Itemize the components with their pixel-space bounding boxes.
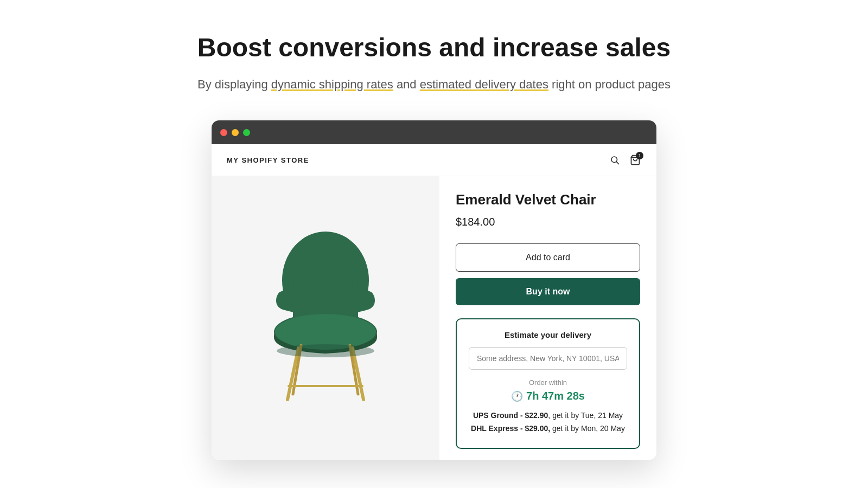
product-info: Emerald Velvet Chair $184.00 Add to card… bbox=[439, 176, 656, 460]
browser-titlebar bbox=[212, 120, 656, 144]
countdown-timer: 🕐 7h 47m 28s bbox=[469, 390, 627, 402]
traffic-light-yellow[interactable] bbox=[232, 129, 239, 136]
highlight-shipping: dynamic shipping rates bbox=[271, 78, 393, 91]
page-title: Boost conversions and increase sales bbox=[197, 33, 671, 62]
browser-content: MY SHOPIFY STORE 1 bbox=[212, 144, 656, 460]
clock-icon: 🕐 bbox=[511, 390, 523, 402]
shipping-option-dhl: DHL Express - $29.00, get it by Mon, 20 … bbox=[469, 424, 627, 433]
address-input[interactable] bbox=[469, 347, 627, 370]
traffic-light-red[interactable] bbox=[220, 129, 227, 136]
ups-carrier: UPS Ground - $22.90 bbox=[473, 411, 548, 420]
store-header: MY SHOPIFY STORE 1 bbox=[212, 144, 656, 176]
product-layout: Emerald Velvet Chair $184.00 Add to card… bbox=[212, 176, 656, 460]
buy-now-button[interactable]: Buy it now bbox=[456, 278, 640, 305]
search-icon[interactable] bbox=[609, 154, 621, 166]
shipping-option-ups: UPS Ground - $22.90, get it by Tue, 21 M… bbox=[469, 411, 627, 420]
highlight-delivery: estimated delivery dates bbox=[420, 78, 548, 91]
store-icons: 1 bbox=[609, 154, 641, 166]
svg-point-11 bbox=[277, 344, 374, 357]
cart-icon[interactable]: 1 bbox=[629, 154, 641, 166]
chair-image bbox=[250, 226, 401, 410]
dhl-carrier: DHL Express - $29.00, bbox=[471, 424, 550, 433]
traffic-light-green[interactable] bbox=[243, 129, 250, 136]
order-within-label: Order within bbox=[469, 378, 627, 387]
add-to-cart-button[interactable]: Add to card bbox=[456, 243, 640, 272]
subtitle-before: By displaying bbox=[197, 78, 271, 91]
countdown-value: 7h 47m 28s bbox=[526, 390, 585, 402]
product-name: Emerald Velvet Chair bbox=[456, 191, 640, 208]
subtitle-after: right on product pages bbox=[548, 78, 671, 91]
subtitle-middle: and bbox=[393, 78, 420, 91]
delivery-widget-title: Estimate your delivery bbox=[469, 330, 627, 339]
cart-badge: 1 bbox=[636, 152, 643, 159]
store-name: MY SHOPIFY STORE bbox=[227, 156, 309, 164]
subtitle: By displaying dynamic shipping rates and… bbox=[197, 75, 671, 93]
delivery-widget: Estimate your delivery Order within 🕐 7h… bbox=[456, 318, 640, 449]
svg-line-1 bbox=[616, 162, 618, 164]
product-image-area bbox=[212, 176, 439, 460]
product-price: $184.00 bbox=[456, 216, 640, 228]
browser-window: MY SHOPIFY STORE 1 bbox=[212, 120, 656, 460]
